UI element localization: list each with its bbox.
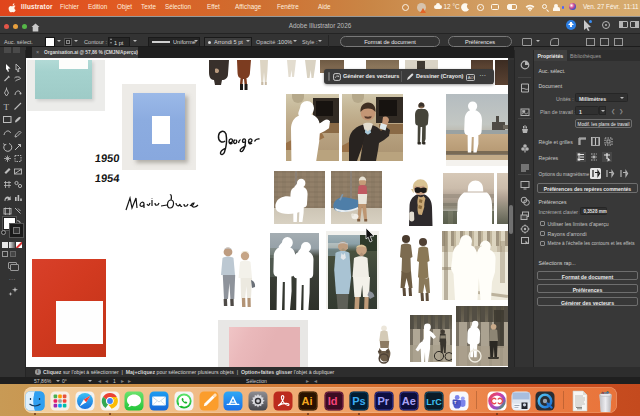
svg-text:T: T — [453, 399, 456, 404]
svg-text:Ae: Ae — [402, 395, 416, 407]
svg-text:AO: AO — [468, 75, 475, 80]
svg-text:Ai: Ai — [302, 395, 313, 407]
svg-text:Id: Id — [328, 395, 338, 407]
svg-text:LrC: LrC — [426, 396, 442, 406]
svg-text:T: T — [4, 102, 10, 112]
svg-text:Pr: Pr — [377, 395, 389, 407]
svg-text:Ps: Ps — [352, 395, 365, 407]
